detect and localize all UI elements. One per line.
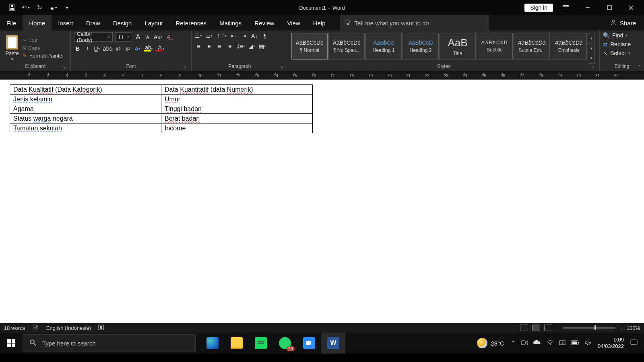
table-row[interactable]: Data Kualitatif (Data Kategorik)Data Kua… bbox=[10, 85, 313, 95]
language-status[interactable]: English (Indonesia) bbox=[46, 325, 91, 331]
table-cell[interactable]: Tinggi badan bbox=[161, 104, 313, 114]
grow-font-icon[interactable]: A bbox=[134, 33, 142, 41]
style-subtitle[interactable]: AaBbCcDSubtitle bbox=[477, 33, 513, 60]
shrink-font-icon[interactable]: A bbox=[144, 33, 151, 41]
table-cell[interactable]: Jenis kelamin bbox=[10, 95, 161, 104]
tab-insert[interactable]: Insert bbox=[52, 15, 80, 31]
taskbar-weather[interactable]: 28°C bbox=[477, 338, 504, 348]
read-mode-icon[interactable] bbox=[520, 325, 528, 331]
tray-chevron-icon[interactable]: ⌃ bbox=[511, 340, 516, 346]
underline-button[interactable]: U▾ bbox=[93, 45, 101, 52]
strikethrough-button[interactable]: abc bbox=[103, 45, 112, 52]
tray-onedrive-icon[interactable] bbox=[533, 340, 541, 346]
justify-icon[interactable]: ≡ bbox=[226, 43, 233, 50]
tab-layout[interactable]: Layout bbox=[138, 15, 169, 31]
taskbar-app-spotify[interactable] bbox=[249, 333, 273, 354]
tray-update-icon[interactable] bbox=[559, 340, 566, 347]
save-icon[interactable] bbox=[8, 4, 16, 12]
qat-customize-icon[interactable]: ▾ bbox=[63, 4, 71, 12]
font-launcher-icon[interactable]: ↘ bbox=[183, 65, 186, 69]
tray-volume-icon[interactable] bbox=[585, 340, 591, 347]
taskbar-app-word[interactable]: W bbox=[321, 333, 345, 354]
multilevel-icon[interactable]: ⋮≡▾ bbox=[216, 32, 227, 39]
tab-file[interactable]: File bbox=[0, 15, 23, 31]
undo-icon[interactable]: ↶▾ bbox=[22, 4, 30, 12]
touch-mode-icon[interactable]: ▾ bbox=[49, 4, 57, 12]
tab-references[interactable]: References bbox=[169, 15, 213, 31]
document-table[interactable]: Data Kualitatif (Data Kategorik)Data Kua… bbox=[10, 84, 313, 133]
replace-button[interactable]: ⇄Replace bbox=[603, 41, 631, 47]
clear-format-icon[interactable]: A͢ bbox=[165, 33, 172, 41]
notifications-icon[interactable] bbox=[630, 339, 638, 347]
line-spacing-icon[interactable]: ‡≡▾ bbox=[237, 43, 245, 50]
word-count[interactable]: 18 words bbox=[4, 325, 25, 331]
taskbar-app-explorer[interactable] bbox=[225, 333, 249, 354]
numbering-icon[interactable]: ≣▾ bbox=[205, 32, 213, 39]
tab-mailings[interactable]: Mailings bbox=[213, 15, 248, 31]
macro-icon[interactable] bbox=[98, 325, 104, 331]
style-title[interactable]: AaBTitle bbox=[440, 33, 476, 60]
tab-help[interactable]: Help bbox=[307, 15, 332, 31]
tab-view[interactable]: View bbox=[281, 15, 306, 31]
zoom-in-icon[interactable]: + bbox=[619, 325, 623, 331]
tray-wifi-icon[interactable] bbox=[547, 340, 553, 347]
bold-button[interactable]: B bbox=[74, 45, 81, 52]
decrease-indent-icon[interactable]: ⇤ bbox=[230, 32, 237, 39]
table-cell[interactable]: Umur bbox=[161, 95, 313, 104]
font-size-combo[interactable]: 11▾ bbox=[115, 32, 132, 42]
maximize-button[interactable] bbox=[601, 0, 618, 15]
horizontal-ruler[interactable]: 1234567891011121314151617181920212223242… bbox=[0, 71, 644, 80]
select-button[interactable]: ↖Select▾ bbox=[603, 50, 630, 56]
taskbar-app-edge[interactable] bbox=[200, 333, 225, 354]
taskbar-clock[interactable]: 0:09 04/03/2022 bbox=[598, 337, 624, 350]
taskbar-app-zoom[interactable] bbox=[297, 333, 321, 354]
taskbar-app-whatsapp[interactable]: 20 bbox=[273, 333, 297, 354]
styles-launcher-icon[interactable]: ↘ bbox=[591, 65, 594, 69]
web-layout-icon[interactable] bbox=[544, 325, 552, 331]
copy-button[interactable]: Copy bbox=[23, 45, 64, 51]
table-row[interactable]: Jenis kelaminUmur bbox=[10, 95, 313, 104]
align-right-icon[interactable]: ≡ bbox=[216, 43, 223, 50]
proofing-icon[interactable] bbox=[33, 325, 39, 331]
style-emphasis[interactable]: AaBbCcDaEmphasis bbox=[551, 33, 587, 60]
tell-me-search[interactable]: Tell me what you want to do bbox=[340, 15, 489, 31]
zoom-out-icon[interactable]: − bbox=[556, 325, 559, 331]
increase-indent-icon[interactable]: ⇥ bbox=[240, 32, 248, 39]
style--normal[interactable]: AaBbCcDc¶ Normal bbox=[291, 33, 328, 60]
tray-meet-now-icon[interactable] bbox=[521, 340, 528, 347]
share-button[interactable]: Share bbox=[610, 15, 644, 31]
zoom-slider[interactable] bbox=[563, 327, 615, 329]
cut-button[interactable]: Cut bbox=[23, 37, 64, 43]
paragraph-launcher-icon[interactable]: ↘ bbox=[280, 65, 283, 69]
text-effects-icon[interactable]: A▾ bbox=[134, 45, 141, 52]
sign-in-button[interactable]: Sign in bbox=[524, 4, 553, 12]
align-center-icon[interactable]: ≡ bbox=[205, 43, 213, 50]
tab-review[interactable]: Review bbox=[248, 15, 281, 31]
start-button[interactable] bbox=[0, 333, 23, 354]
table-cell[interactable]: Agama bbox=[10, 104, 161, 114]
shading-icon[interactable]: ◢▾ bbox=[248, 43, 256, 50]
table-cell[interactable]: Tamatan sekolah bbox=[10, 123, 161, 133]
table-cell[interactable]: Data Kuantitatif (data Numerik) bbox=[161, 85, 313, 95]
table-cell[interactable]: Berat badan bbox=[161, 114, 313, 123]
show-marks-icon[interactable]: ¶ bbox=[261, 32, 268, 39]
align-left-icon[interactable]: ≡ bbox=[195, 43, 202, 50]
table-row[interactable]: Status warga negaraBerat badan bbox=[10, 114, 313, 123]
find-button[interactable]: 🔍Find▾ bbox=[603, 32, 627, 39]
document-area[interactable]: Data Kualitatif (Data Kategorik)Data Kua… bbox=[0, 80, 644, 323]
subscript-button[interactable]: x2 bbox=[115, 45, 122, 52]
highlight-button[interactable]: ab▾ bbox=[144, 45, 153, 52]
tray-battery-icon[interactable] bbox=[571, 340, 579, 346]
tab-draw[interactable]: Draw bbox=[80, 15, 107, 31]
clipboard-launcher-icon[interactable]: ↘ bbox=[62, 65, 66, 69]
taskbar-search[interactable]: Type here to search bbox=[23, 334, 196, 352]
zoom-level[interactable]: 100% bbox=[627, 325, 640, 331]
style--no-spac-[interactable]: AaBbCcDc¶ No Spac... bbox=[328, 33, 365, 60]
tab-home[interactable]: Home bbox=[23, 15, 52, 31]
sort-icon[interactable]: A↓ bbox=[251, 32, 258, 39]
ribbon-display-icon[interactable] bbox=[557, 0, 575, 15]
redo-icon[interactable]: ↻ bbox=[35, 4, 43, 12]
style-heading-1[interactable]: AaBbCcHeading 1 bbox=[365, 33, 402, 60]
font-name-combo[interactable]: Calibri (Body)▾ bbox=[74, 32, 113, 42]
minimize-button[interactable] bbox=[579, 0, 597, 15]
